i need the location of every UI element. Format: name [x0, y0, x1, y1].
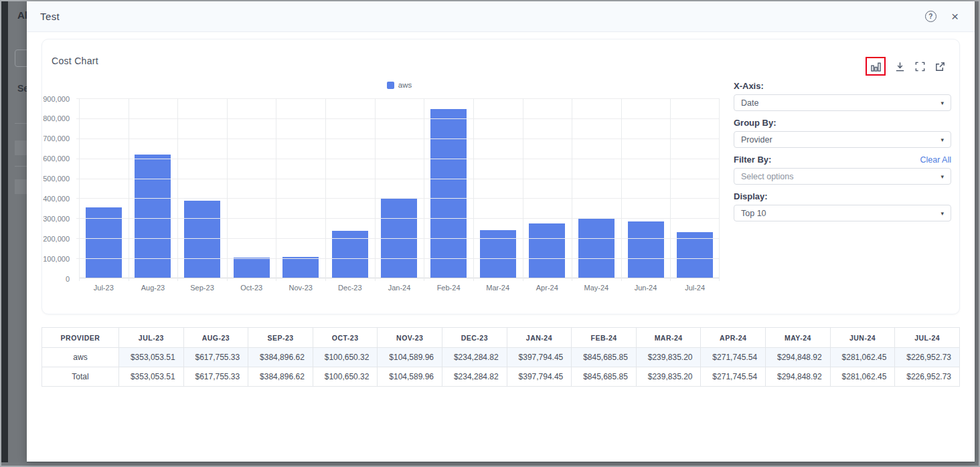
- group-by-select[interactable]: Provider ▾: [734, 131, 951, 148]
- table-header-cell: JAN-24: [507, 328, 572, 348]
- bar-slot: [276, 98, 325, 278]
- filter-by-select[interactable]: Select options ▾: [734, 168, 951, 185]
- cost-value-cell: $226,952.73: [895, 367, 960, 387]
- screen-frame: Al Se Test ? × Cost Chart: [0, 0, 980, 467]
- h-gridline: [76, 98, 720, 99]
- y-tick-label: 500,000: [37, 175, 70, 183]
- bar-slot: [424, 98, 473, 278]
- x-axis-select[interactable]: Date ▾: [734, 94, 951, 111]
- bar-slot: [129, 98, 178, 278]
- x-tick-label: Jul-24: [670, 284, 720, 292]
- v-gridline: [177, 98, 178, 281]
- y-tick-label: 600,000: [37, 155, 70, 163]
- table-header-cell: MAR-24: [636, 328, 701, 348]
- x-tick-label: Jun-24: [621, 284, 671, 292]
- group-by-control: Group By: Provider ▾: [734, 118, 951, 148]
- y-tick-label: 900,000: [37, 95, 70, 103]
- v-gridline: [572, 98, 572, 281]
- row-label-cell: aws: [42, 348, 119, 367]
- v-gridline: [129, 98, 129, 281]
- test-modal: Test ? × Cost Chart: [27, 1, 975, 462]
- chevron-down-icon: ▾: [941, 136, 944, 143]
- chevron-down-icon: ▾: [941, 210, 944, 217]
- bar-jul-24[interactable]: [677, 232, 713, 278]
- cost-value-cell: $226,952.73: [895, 348, 960, 367]
- download-icon[interactable]: [894, 60, 906, 72]
- legend-label: aws: [398, 81, 412, 89]
- cost-value-cell: $234,284.82: [442, 348, 507, 367]
- bar-feb-24[interactable]: [430, 109, 467, 278]
- bar-mar-24[interactable]: [480, 230, 516, 278]
- cost-value-cell: $845,685.85: [572, 348, 637, 367]
- x-axis-label: X-Axis:: [734, 81, 764, 91]
- cost-value-cell: $281,062.45: [830, 367, 895, 387]
- v-gridline: [424, 98, 424, 281]
- bar-oct-23[interactable]: [234, 258, 270, 278]
- cost-value-cell: $353,053.51: [119, 367, 184, 387]
- row-label-cell: Total: [42, 367, 119, 387]
- x-tick-label: Feb-24: [424, 284, 473, 292]
- v-gridline: [79, 98, 80, 281]
- cost-value-cell: $100,650.32: [313, 348, 378, 367]
- clear-all-link[interactable]: Clear All: [920, 155, 951, 165]
- cost-value-cell: $294,848.92: [766, 367, 831, 387]
- table-header-cell: PROVIDER: [42, 328, 119, 348]
- cost-value-cell: $617,755.33: [183, 348, 248, 367]
- cost-value-cell: $271,745.54: [701, 367, 766, 387]
- help-icon[interactable]: ?: [925, 11, 936, 22]
- cost-value-cell: $239,835.20: [636, 367, 701, 387]
- y-axis-labels: 0100,000200,000300,000400,000500,000600,…: [42, 98, 74, 278]
- table-row-total: Total$353,053.51$617,755.33$384,896.62$1…: [42, 367, 960, 387]
- modal-body: Cost Chart: [27, 32, 975, 387]
- chart-legend[interactable]: aws: [79, 81, 720, 89]
- y-tick-label: 200,000: [37, 235, 70, 243]
- h-gridline: [76, 159, 720, 159]
- y-tick-label: 0: [37, 275, 70, 283]
- h-gridline: [76, 218, 720, 219]
- open-external-icon[interactable]: [934, 60, 946, 72]
- red-highlight-box: [866, 57, 886, 76]
- bar-chart-icon[interactable]: [870, 60, 882, 72]
- background-page-dimmed: Al Se: [8, 1, 28, 462]
- cost-value-cell: $239,835.20: [636, 348, 701, 367]
- v-gridline: [473, 98, 474, 281]
- table-header-cell: MAY-24: [766, 328, 831, 348]
- cost-value-cell: $353,053.51: [119, 348, 184, 367]
- y-tick-label: 800,000: [37, 114, 70, 122]
- cost-value-cell: $384,896.62: [248, 348, 313, 367]
- v-gridline: [276, 98, 276, 281]
- cost-value-cell: $104,589.96: [378, 348, 442, 367]
- cost-value-cell: $397,794.45: [507, 348, 572, 367]
- table-row-aws: aws$353,053.51$617,755.33$384,896.62$100…: [42, 348, 960, 367]
- bar-may-24[interactable]: [578, 219, 615, 278]
- x-tick-label: Jul-23: [79, 284, 129, 292]
- display-select[interactable]: Top 10 ▾: [734, 205, 951, 221]
- bar-slot: [375, 98, 424, 278]
- bar-jun-24[interactable]: [628, 221, 664, 278]
- modal-title: Test: [40, 11, 60, 22]
- table-header-cell: SEP-23: [248, 328, 313, 348]
- bar-nov-23[interactable]: [282, 257, 319, 278]
- bar-sep-23[interactable]: [184, 201, 220, 278]
- table-header-cell: OCT-23: [313, 328, 378, 348]
- fullscreen-icon[interactable]: [914, 60, 926, 72]
- x-tick-label: Dec-23: [325, 284, 375, 292]
- chart-controls: X-Axis: Date ▾ Group By: Provider ▾: [734, 81, 951, 228]
- cost-chart-card: Cost Chart: [42, 39, 960, 314]
- table-header-cell: JUL-23: [119, 328, 184, 348]
- x-tick-label: Nov-23: [276, 284, 325, 292]
- bar-aug-23[interactable]: [135, 155, 171, 278]
- y-tick-label: 100,000: [37, 255, 70, 263]
- x-tick-label: May-24: [572, 284, 621, 292]
- legend-swatch: [387, 82, 394, 89]
- h-gridline: [76, 258, 720, 259]
- cost-value-cell: $617,755.33: [183, 367, 248, 387]
- h-gridline: [76, 238, 720, 239]
- bar-apr-24[interactable]: [529, 223, 565, 278]
- background-title-fragment: Al: [17, 9, 27, 21]
- h-gridline: [76, 198, 720, 199]
- h-gridline: [76, 138, 720, 139]
- chevron-down-icon: ▾: [941, 173, 944, 180]
- x-tick-label: Mar-24: [473, 284, 523, 292]
- close-icon[interactable]: ×: [951, 10, 959, 23]
